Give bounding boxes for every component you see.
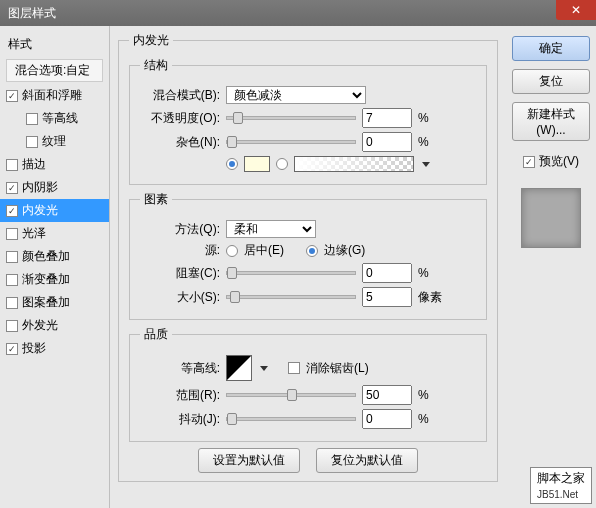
sidebar-item-8[interactable]: 渐变叠加 — [0, 268, 109, 291]
opacity-input[interactable] — [362, 108, 412, 128]
jitter-input[interactable] — [362, 409, 412, 429]
sidebar-item-11[interactable]: 投影 — [0, 337, 109, 360]
jitter-unit: % — [418, 412, 429, 426]
sidebar-item-label: 等高线 — [42, 110, 78, 127]
sidebar-checkbox[interactable] — [6, 205, 18, 217]
contour-label: 等高线: — [140, 360, 220, 377]
elements-legend: 图素 — [140, 191, 172, 208]
sidebar-item-2[interactable]: 纹理 — [0, 130, 109, 153]
sidebar-item-4[interactable]: 内阴影 — [0, 176, 109, 199]
antialias-checkbox[interactable] — [288, 362, 300, 374]
set-default-button[interactable]: 设置为默认值 — [198, 448, 300, 473]
gradient-radio[interactable] — [276, 158, 288, 170]
panel-fieldset: 内发光 结构 混合模式(B): 颜色减淡 不透明度(O): % 杂色(N): — [118, 32, 498, 482]
source-center-label: 居中(E) — [244, 242, 284, 259]
watermark-line1: 脚本之家 — [537, 470, 585, 487]
size-slider[interactable] — [226, 295, 356, 299]
opacity-unit: % — [418, 111, 429, 125]
size-unit: 像素 — [418, 289, 442, 306]
sidebar-item-3[interactable]: 描边 — [0, 153, 109, 176]
close-button[interactable]: ✕ — [556, 0, 596, 20]
sidebar-checkbox[interactable] — [6, 90, 18, 102]
range-input[interactable] — [362, 385, 412, 405]
reset-default-button[interactable]: 复位为默认值 — [316, 448, 418, 473]
sidebar-item-label: 斜面和浮雕 — [22, 87, 82, 104]
rightbar: 确定 复位 新建样式(W)... 预览(V) — [506, 26, 596, 508]
sidebar-item-5[interactable]: 内发光 — [0, 199, 109, 222]
sidebar-item-0[interactable]: 斜面和浮雕 — [0, 84, 109, 107]
preview-swatch — [521, 188, 581, 248]
sidebar-checkbox[interactable] — [6, 159, 18, 171]
sidebar-item-label: 颜色叠加 — [22, 248, 70, 265]
color-swatch[interactable] — [244, 156, 270, 172]
opacity-label: 不透明度(O): — [140, 110, 220, 127]
noise-unit: % — [418, 135, 429, 149]
sidebar-item-label: 描边 — [22, 156, 46, 173]
method-label: 方法(Q): — [140, 221, 220, 238]
watermark: 脚本之家 JB51.Net — [530, 467, 592, 504]
new-style-button[interactable]: 新建样式(W)... — [512, 102, 590, 141]
sidebar-subheading[interactable]: 混合选项:自定 — [6, 59, 103, 82]
sidebar-item-6[interactable]: 光泽 — [0, 222, 109, 245]
ok-button[interactable]: 确定 — [512, 36, 590, 61]
source-edge-radio[interactable] — [306, 245, 318, 257]
sidebar-checkbox[interactable] — [6, 343, 18, 355]
blend-mode-select[interactable]: 颜色减淡 — [226, 86, 366, 104]
size-input[interactable] — [362, 287, 412, 307]
choke-slider[interactable] — [226, 271, 356, 275]
sidebar-item-label: 渐变叠加 — [22, 271, 70, 288]
main-panel: 内发光 结构 混合模式(B): 颜色减淡 不透明度(O): % 杂色(N): — [110, 26, 506, 508]
source-edge-label: 边缘(G) — [324, 242, 365, 259]
sidebar-item-label: 纹理 — [42, 133, 66, 150]
sidebar-item-10[interactable]: 外发光 — [0, 314, 109, 337]
range-slider[interactable] — [226, 393, 356, 397]
window-title: 图层样式 — [8, 5, 56, 22]
quality-legend: 品质 — [140, 326, 172, 343]
choke-input[interactable] — [362, 263, 412, 283]
sidebar-checkbox[interactable] — [6, 182, 18, 194]
sidebar-item-label: 光泽 — [22, 225, 46, 242]
titlebar: 图层样式 ✕ — [0, 0, 596, 26]
gradient-drop-icon[interactable] — [422, 162, 430, 167]
sidebar-item-label: 外发光 — [22, 317, 58, 334]
range-label: 范围(R): — [140, 387, 220, 404]
struct-legend: 结构 — [140, 57, 172, 74]
sidebar-checkbox[interactable] — [6, 228, 18, 240]
noise-label: 杂色(N): — [140, 134, 220, 151]
elements-fieldset: 图素 方法(Q): 柔和 源: 居中(E) 边缘(G) 阻塞(C): — [129, 191, 487, 320]
cancel-button[interactable]: 复位 — [512, 69, 590, 94]
jitter-slider[interactable] — [226, 417, 356, 421]
choke-unit: % — [418, 266, 429, 280]
sidebar-item-label: 图案叠加 — [22, 294, 70, 311]
sidebar-heading: 样式 — [0, 32, 109, 57]
contour-picker[interactable] — [226, 355, 252, 381]
choke-label: 阻塞(C): — [140, 265, 220, 282]
preview-checkbox[interactable] — [523, 156, 535, 168]
noise-input[interactable] — [362, 132, 412, 152]
sidebar-item-label: 投影 — [22, 340, 46, 357]
sidebar-checkbox[interactable] — [26, 136, 38, 148]
sidebar-checkbox[interactable] — [6, 297, 18, 309]
size-label: 大小(S): — [140, 289, 220, 306]
sidebar-checkbox[interactable] — [6, 274, 18, 286]
noise-slider[interactable] — [226, 140, 356, 144]
gradient-picker[interactable] — [294, 156, 414, 172]
quality-fieldset: 品质 等高线: 消除锯齿(L) 范围(R): % 抖动(J): — [129, 326, 487, 442]
blend-label: 混合模式(B): — [140, 87, 220, 104]
sidebar: 样式 混合选项:自定 斜面和浮雕等高线纹理描边内阴影内发光光泽颜色叠加渐变叠加图… — [0, 26, 110, 508]
sidebar-checkbox[interactable] — [26, 113, 38, 125]
color-radio[interactable] — [226, 158, 238, 170]
sidebar-item-1[interactable]: 等高线 — [0, 107, 109, 130]
range-unit: % — [418, 388, 429, 402]
sidebar-item-9[interactable]: 图案叠加 — [0, 291, 109, 314]
contour-drop-icon[interactable] — [260, 366, 268, 371]
watermark-line2: JB51.Net — [537, 489, 578, 500]
source-center-radio[interactable] — [226, 245, 238, 257]
jitter-label: 抖动(J): — [140, 411, 220, 428]
sidebar-item-7[interactable]: 颜色叠加 — [0, 245, 109, 268]
opacity-slider[interactable] — [226, 116, 356, 120]
sidebar-item-label: 内阴影 — [22, 179, 58, 196]
sidebar-checkbox[interactable] — [6, 251, 18, 263]
method-select[interactable]: 柔和 — [226, 220, 316, 238]
sidebar-checkbox[interactable] — [6, 320, 18, 332]
